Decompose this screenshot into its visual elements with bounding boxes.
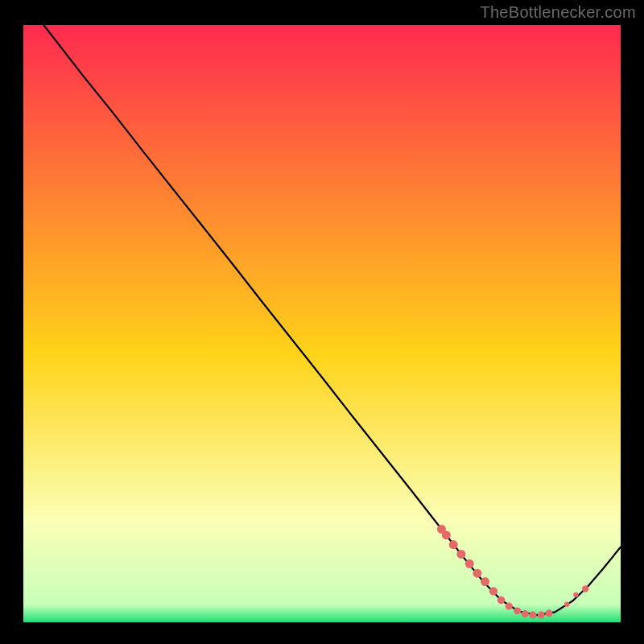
highlight-dot	[449, 540, 458, 549]
highlight-dot	[573, 592, 578, 597]
highlight-dot	[582, 585, 588, 592]
highlight-dot	[465, 559, 474, 568]
watermark-label: TheBottlenecker.com	[480, 3, 636, 22]
highlight-dot	[538, 612, 545, 619]
highlight-dot	[564, 602, 569, 607]
bottleneck-chart	[0, 0, 644, 644]
chart-plot-area	[23, 25, 621, 622]
chart-stage: TheBottlenecker.com	[0, 0, 644, 644]
highlight-dot	[489, 587, 497, 595]
highlight-dot	[514, 607, 521, 614]
highlight-dot	[522, 610, 529, 617]
highlight-dot	[456, 550, 465, 559]
highlight-dot	[545, 609, 552, 617]
highlight-dot	[442, 530, 451, 539]
highlight-dot	[506, 602, 513, 609]
highlight-dot	[497, 597, 506, 605]
highlight-dot	[481, 577, 489, 586]
highlight-dot	[529, 612, 536, 619]
highlight-dot	[473, 569, 481, 578]
